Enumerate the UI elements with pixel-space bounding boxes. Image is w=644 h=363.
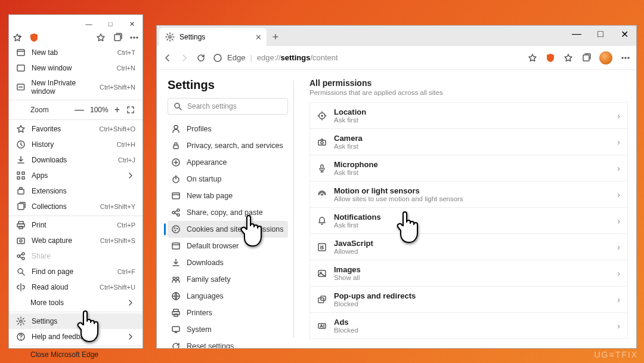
favorite-star-icon[interactable] [13, 33, 22, 42]
sidebar-item-cookies-and-site-permissions[interactable]: Cookies and site permissions [168, 221, 288, 238]
zoom-row: Zoom—100%+ [9, 101, 143, 118]
svg-rect-0 [114, 35, 120, 41]
sidebar-item-family-safety[interactable]: Family safety [168, 271, 288, 288]
url-box[interactable]: Edge | edge://settings/content [213, 53, 521, 63]
permission-row-javascript[interactable]: JavaScriptAllowed› [309, 234, 628, 260]
tab-settings[interactable]: Settings ✕ [159, 28, 267, 46]
menu-item-new-inprivate-window[interactable]: New InPrivate windowCtrl+Shift+N [9, 76, 143, 99]
download-icon [171, 258, 181, 267]
sidebar-item-downloads[interactable]: Downloads [168, 254, 288, 271]
menu-item-collections[interactable]: CollectionsCtrl+Shift+Y [9, 199, 143, 214]
newwin-icon [16, 63, 26, 73]
minimize-button[interactable]: — [565, 25, 589, 43]
settings-sidebar: Settings Search settings ProfilesPrivacy… [157, 70, 294, 348]
favorites-icon[interactable] [564, 53, 573, 63]
svg-rect-13 [20, 187, 22, 189]
permission-row-images[interactable]: ImagesShow all› [309, 260, 628, 287]
favorites-icon[interactable] [96, 33, 106, 42]
favorite-add-icon[interactable] [528, 53, 537, 63]
permission-row-camera[interactable]: CameraAsk first› [309, 129, 628, 155]
forward-icon [179, 53, 189, 63]
refresh-icon[interactable] [196, 53, 206, 63]
toolbar [9, 33, 143, 42]
shield-icon[interactable] [546, 53, 555, 63]
close-button[interactable]: ✕ [121, 15, 143, 33]
menu-item-help-and-feedback[interactable]: Help and feedback [9, 329, 143, 344]
maximize-button[interactable]: □ [100, 15, 121, 33]
svg-rect-34 [174, 145, 178, 149]
sidebar-item-privacy-search-and-services[interactable]: Privacy, search, and services [168, 137, 288, 154]
collections-icon [16, 202, 26, 211]
sidebar-item-appearance[interactable]: Appearance [168, 154, 288, 171]
sidebar-item-on-startup[interactable]: On startup [168, 171, 288, 187]
svg-rect-11 [22, 177, 24, 179]
reset-icon [171, 342, 181, 348]
permission-row-motion-or-light-sensors[interactable]: Motion or light sensorsAllow sites to us… [309, 182, 628, 208]
menu-item-new-window[interactable]: New windowCtrl+N [9, 60, 143, 76]
sidebar-item-languages[interactable]: Languages [168, 288, 288, 304]
fullscreen-icon[interactable] [126, 105, 135, 115]
back-icon[interactable] [163, 53, 172, 63]
sidebar-item-default-browser[interactable]: Default browser [168, 238, 288, 254]
zoom-in-button[interactable]: + [114, 104, 120, 115]
menu-item-extensions[interactable]: Extensions [9, 183, 143, 199]
menu-item-print[interactable]: PrintCtrl+P [9, 217, 143, 233]
brand-label: Edge [227, 53, 245, 62]
close-tab-icon[interactable]: ✕ [255, 33, 262, 42]
sidebar-item-profiles[interactable]: Profiles [168, 121, 288, 137]
chevron-right-icon [126, 332, 135, 342]
menu-item-new-tab[interactable]: New tabCtrl+T [9, 45, 143, 60]
permission-row-notifications[interactable]: NotificationsAsk first› [309, 208, 628, 234]
shield-icon[interactable] [29, 33, 39, 42]
history-icon [16, 140, 26, 149]
menu-item-more-tools[interactable]: More tools [9, 295, 143, 310]
svg-point-47 [177, 277, 179, 279]
page-title: Settings [168, 78, 288, 92]
menu-item-close-microsoft-edge[interactable]: Close Microsoft Edge [9, 347, 143, 362]
avatar[interactable] [599, 51, 612, 64]
chevron-right-icon: › [617, 190, 620, 199]
chevron-right-icon: › [617, 164, 620, 173]
sidebar-item-new-tab-page[interactable]: New tab page [168, 187, 288, 204]
menu-item-read-aloud[interactable]: Read aloudCtrl+Shift+U [9, 279, 143, 295]
svg-point-42 [175, 228, 175, 229]
permission-row-ads[interactable]: AdsBlocked› [309, 313, 628, 339]
image-icon [317, 269, 327, 278]
maximize-button[interactable]: □ [589, 25, 612, 43]
menu-item-apps[interactable]: Apps [9, 168, 143, 183]
user-icon [171, 124, 181, 134]
search-input[interactable]: Search settings [168, 98, 288, 115]
camera-icon [317, 137, 327, 147]
family-icon [171, 275, 181, 284]
menu-item-favorites[interactable]: FavoritesCtrl+Shift+O [9, 121, 143, 137]
permission-row-location[interactable]: LocationAsk first› [309, 102, 628, 129]
svg-rect-28 [583, 55, 589, 61]
menu-item-history[interactable]: HistoryCtrl+H [9, 137, 143, 152]
menu-item-find-on-page[interactable]: Find on pageCtrl+F [9, 264, 143, 279]
minimize-button[interactable]: — [78, 15, 100, 33]
menu-item-settings[interactable]: Settings [9, 313, 143, 329]
watermark: UG≡TFIX [595, 350, 639, 359]
svg-rect-59 [321, 165, 323, 169]
menu-item-downloads[interactable]: DownloadsCtrl+J [9, 152, 143, 168]
zoom-out-button[interactable]: — [75, 104, 84, 115]
menu-item-web-capture[interactable]: Web captureCtrl+Shift+S [9, 233, 143, 248]
sidebar-item-printers[interactable]: Printers [168, 304, 288, 321]
system-icon [171, 325, 181, 334]
printer-icon [171, 308, 181, 318]
svg-rect-12 [18, 189, 24, 194]
collections-icon[interactable] [113, 33, 122, 42]
sidebar-item-system[interactable]: System [168, 321, 288, 338]
new-tab-button[interactable]: + [267, 28, 284, 46]
permission-row-microphone[interactable]: MicrophoneAsk first› [309, 155, 628, 182]
more-icon[interactable] [129, 33, 139, 42]
svg-rect-52 [172, 327, 179, 331]
collections-icon[interactable] [581, 53, 591, 63]
more-icon[interactable] [621, 53, 630, 63]
chevron-right-icon [126, 171, 135, 180]
sidebar-item-share-copy-and-paste[interactable]: Share, copy, and paste [168, 204, 288, 221]
address-bar: Edge | edge://settings/content [157, 46, 636, 70]
sidebar-item-reset-settings[interactable]: Reset settings [168, 338, 288, 348]
close-button[interactable]: ✕ [612, 25, 636, 43]
permission-row-pop-ups-and-redirects[interactable]: Pop-ups and redirectsBlocked› [309, 287, 628, 313]
